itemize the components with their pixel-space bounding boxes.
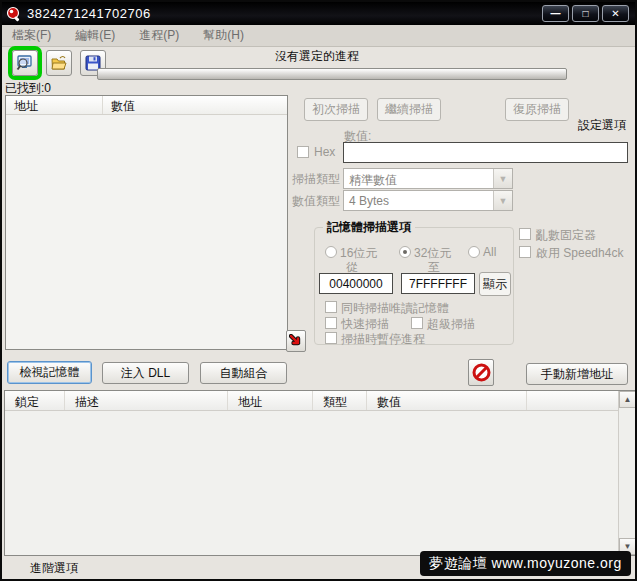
random-fixer-label: 亂數固定器 [536,227,596,244]
scan-settings-arrow-button[interactable] [286,330,306,352]
no-entry-button[interactable] [468,359,494,386]
radio-32bit[interactable] [399,246,411,258]
found-col-value[interactable]: 數值 [103,96,287,114]
app-icon [6,6,22,22]
radio-all-label: All [483,245,496,259]
select-process-icon [16,54,34,72]
speedhack-checkbox[interactable] [519,246,531,258]
menu-process[interactable]: 進程(P) [139,27,179,44]
col-type[interactable]: 類型 [313,391,367,410]
scroll-up-icon[interactable]: ▲ [619,391,636,408]
add-address-button[interactable]: 手動新增地址 [526,363,628,385]
main-window: 3824271241702706 — □ ✕ 檔案(F) 編輯(E) 進程(P)… [0,0,637,581]
next-scan-button[interactable]: 繼續掃描 [377,98,441,121]
hex-checkbox[interactable] [297,146,309,158]
scan-type-label: 掃描類型 [292,171,340,188]
watermark: 夢遊論壇 www.moyuzone.org [420,551,631,576]
readonly-memory-checkbox[interactable] [325,301,337,313]
select-process-button[interactable] [12,50,38,76]
col-value[interactable]: 數值 [367,391,527,410]
col-description[interactable]: 描述 [65,391,228,410]
found-list-header: 地址 數值 [6,96,287,115]
advanced-options-link[interactable]: 進階選項 [30,560,78,577]
menu-edit[interactable]: 編輯(E) [75,27,115,44]
auto-assemble-button[interactable]: 自動組合 [200,362,287,384]
value-input[interactable] [343,142,628,163]
title-bar: 3824271241702706 — □ ✕ [2,2,635,25]
fast-scan-checkbox[interactable] [325,317,337,329]
scan-type-combo[interactable]: 精準數值 ▼ [343,168,513,189]
hex-label: Hex [314,145,335,159]
chevron-down-icon[interactable]: ▼ [493,191,512,210]
value-type-label: 數值類型 [292,193,340,210]
value-type-value: 4 Bytes [344,191,493,210]
menu-help[interactable]: 幫助(H) [203,27,244,44]
radio-all[interactable] [468,246,480,258]
col-address[interactable]: 地址 [228,391,313,410]
random-fixer-checkbox[interactable] [519,228,531,240]
found-col-address[interactable]: 地址 [6,96,103,114]
value-type-combo[interactable]: 4 Bytes ▼ [343,190,513,211]
menu-file[interactable]: 檔案(F) [12,27,51,44]
super-scan-label: 超級掃描 [427,316,475,333]
cheat-table-header: 鎖定 描述 地址 類型 數值 [5,391,635,411]
found-address-list[interactable]: 地址 數值 [5,95,288,350]
view-memory-button[interactable]: 檢視記憶體 [7,361,92,384]
super-scan-checkbox[interactable] [411,317,423,329]
pause-process-label: 掃描時暫停進程 [341,331,425,348]
no-entry-icon [472,363,491,382]
first-scan-button[interactable]: 初次掃描 [304,98,368,121]
process-status-label: 沒有選定的進程 [275,48,359,65]
maximize-button[interactable]: □ [572,5,599,22]
speedhack-label: 啟用 Speedh4ck [536,245,623,262]
undo-scan-button[interactable]: 復原掃描 [505,98,569,121]
scan-progress-bar [97,68,567,80]
cheat-table[interactable]: 鎖定 描述 地址 類型 數值 ▲ ▼ [4,390,636,556]
chevron-down-icon[interactable]: ▼ [493,169,512,188]
settings-link[interactable]: 設定選項 [578,117,626,134]
red-arrow-icon [289,334,303,348]
close-button[interactable]: ✕ [602,5,629,22]
menu-bar: 檔案(F) 編輯(E) 進程(P) 幫助(H) [2,25,635,47]
window-title: 3824271241702706 [27,6,151,21]
scan-stop-input[interactable] [401,273,475,294]
show-button[interactable]: 顯示 [479,272,511,296]
minimize-button[interactable]: — [542,5,569,22]
memory-scan-options-group: 記憶體掃描選項 16位元 32位元 All 從 至 顯示 同時掃描唯讀記憶體 快… [314,227,514,345]
memory-group-title: 記憶體掃描選項 [323,219,415,236]
radio-16bit[interactable] [325,246,337,258]
readonly-memory-label: 同時掃描唯讀記憶體 [341,300,449,317]
col-frozen[interactable]: 鎖定 [5,391,65,410]
inject-dll-button[interactable]: 注入 DLL [102,362,189,384]
scan-type-value: 精準數值 [344,169,493,188]
open-file-button[interactable] [46,50,72,76]
pause-process-checkbox[interactable] [325,332,337,344]
table-scrollbar[interactable]: ▲ ▼ [618,391,635,555]
open-file-icon [50,54,68,72]
scan-start-input[interactable] [319,273,393,294]
